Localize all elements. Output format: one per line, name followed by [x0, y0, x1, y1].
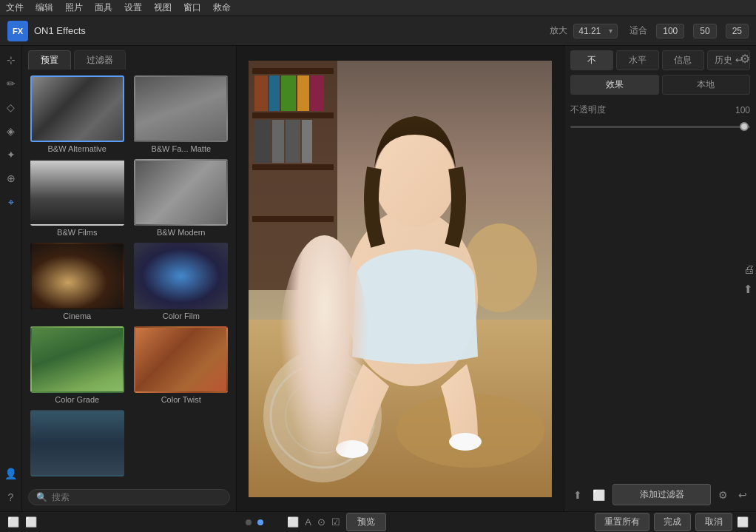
preset-label-color-grade: Color Grade: [55, 395, 99, 404]
center-icon-circle[interactable]: ⊙: [317, 516, 325, 528]
app-name: ON1 Effects: [34, 25, 550, 36]
menu-mask[interactable]: 面具: [95, 1, 112, 14]
svg-rect-9: [269, 75, 280, 111]
tab-filters[interactable]: 过滤器: [74, 50, 126, 70]
tool-stamp[interactable]: ◈: [3, 123, 19, 139]
cancel-button[interactable]: 取消: [695, 513, 732, 531]
search-input[interactable]: [52, 492, 222, 502]
opacity-value: 100: [735, 105, 750, 115]
rsubtab-effects[interactable]: 效果: [570, 75, 659, 95]
menu-view[interactable]: 视图: [154, 1, 172, 14]
tool-target[interactable]: ⌖: [3, 194, 19, 210]
fit-btn-25[interactable]: 25: [726, 24, 749, 38]
preset-label-bw-films: B&W Films: [57, 228, 97, 237]
right-panel-subtabs: 效果 本地: [564, 75, 756, 101]
export-icon[interactable]: ⬆: [570, 486, 585, 504]
svg-point-21: [286, 379, 360, 453]
bottom-right: 重置所有 完成 取消 ⬜: [595, 513, 749, 531]
search-input-wrap: 🔍: [28, 489, 230, 505]
photo-svg: [249, 61, 552, 497]
svg-rect-8: [254, 75, 268, 111]
tool-help[interactable]: ?: [3, 489, 19, 505]
share-icon[interactable]: ⬆: [743, 282, 755, 295]
panel-tabs: 预置 过滤器: [22, 46, 236, 70]
settings-action-icon[interactable]: ⚙: [715, 486, 731, 504]
preset-bw-alternative[interactable]: B&W Alternative: [28, 75, 126, 153]
svg-rect-11: [297, 75, 309, 111]
svg-rect-7: [252, 216, 334, 222]
tool-brush[interactable]: ✏: [3, 75, 19, 92]
undo-action-icon[interactable]: ↩: [735, 486, 750, 504]
search-bar: 🔍: [22, 486, 236, 511]
preset-thumb-bw-modern: [134, 159, 228, 226]
rsubtab-local[interactable]: 本地: [662, 75, 751, 95]
rtab-xinxi[interactable]: 信息: [662, 50, 705, 70]
preset-bw-fa-matte[interactable]: B&W Fa... Matte: [132, 75, 231, 153]
preset-thumb-bw-films: [30, 159, 124, 226]
tool-heal[interactable]: ✦: [3, 147, 19, 163]
opacity-label: 不透明度: [570, 104, 606, 116]
bottom-bar: ⬜ ⬜ ⬜ A ⊙ ☑ 预览 重置所有 完成 取消 ⬜: [0, 511, 756, 532]
svg-point-24: [336, 440, 368, 458]
tab-presets[interactable]: 预置: [28, 50, 71, 70]
titlebar-controls: 放大 41.21 ▾ 适合 100 50 25: [550, 24, 749, 38]
bottom-icon-2[interactable]: ⬜: [25, 516, 37, 528]
menu-photo[interactable]: 照片: [65, 1, 83, 14]
add-filter-button[interactable]: 添加过滤器: [612, 484, 711, 505]
svg-rect-15: [286, 120, 300, 163]
preview-button[interactable]: 预览: [346, 513, 386, 531]
center-icon-a[interactable]: A: [305, 516, 311, 528]
tool-user[interactable]: 👤: [3, 465, 19, 482]
opacity-slider[interactable]: [570, 121, 750, 132]
zoom-input[interactable]: 41.21 ▾: [573, 24, 618, 38]
tool-eraser[interactable]: ◇: [3, 99, 19, 115]
preset-bw-films[interactable]: B&W Films: [28, 159, 126, 237]
fit-btn-100[interactable]: 100: [656, 24, 684, 38]
preset-label-cinema: Cinema: [63, 312, 91, 320]
tool-select[interactable]: ⊹: [3, 52, 19, 68]
menu-file[interactable]: 文件: [6, 1, 24, 14]
menu-settings[interactable]: 设置: [124, 1, 142, 14]
preset-color-grade[interactable]: Color Grade: [28, 326, 126, 404]
preset-last[interactable]: [28, 410, 126, 479]
center-icon-square[interactable]: ⬜: [287, 516, 299, 528]
mask-icon[interactable]: ⬜: [590, 486, 608, 504]
preset-thumb-last: [30, 410, 124, 477]
print-icon[interactable]: 🖨: [743, 262, 755, 275]
center-icon-check[interactable]: ☑: [331, 516, 340, 528]
reset-button[interactable]: 重置所有: [595, 513, 649, 531]
left-toolbar-bottom: 👤 ?: [3, 465, 19, 511]
done-button[interactable]: 完成: [654, 513, 691, 531]
preset-label-bw-modern: B&W Modern: [157, 228, 205, 237]
tool-zoom[interactable]: ⊕: [3, 170, 19, 186]
left-toolbar: ⊹ ✏ ◇ ◈ ✦ ⊕ ⌖ 👤 ?: [0, 46, 22, 511]
svg-rect-13: [254, 120, 271, 163]
preset-label-color-twist: Color Twist: [161, 395, 201, 404]
dot-1[interactable]: [246, 519, 252, 525]
preset-color-film[interactable]: Color Film: [132, 243, 231, 320]
dot-2[interactable]: [257, 519, 263, 525]
gear-icon-top-right[interactable]: ⚙: [740, 52, 750, 66]
search-icon: 🔍: [36, 492, 47, 502]
preset-cinema[interactable]: Cinema: [28, 243, 126, 320]
fullscreen-icon[interactable]: ⬜: [737, 516, 749, 528]
right-panel-actions: ⬆ ⬜ 添加过滤器 ⚙ ↩: [564, 484, 756, 511]
preset-label-bw-alt: B&W Alternative: [48, 144, 107, 153]
preset-thumb-bw-alt: [30, 75, 124, 142]
fit-btn-50[interactable]: 50: [693, 24, 716, 38]
preset-grid: B&W Alternative B&W Fa... Matte B&W Film…: [28, 75, 230, 479]
svg-point-23: [374, 131, 456, 227]
zoom-dropdown-arrow: ▾: [609, 27, 612, 35]
preset-color-twist[interactable]: Color Twist: [132, 326, 231, 404]
bottom-icon-1[interactable]: ⬜: [7, 516, 19, 528]
preset-bw-modern[interactable]: B&W Modern: [132, 159, 231, 237]
rtab-bu[interactable]: 不: [570, 50, 613, 70]
right-panel-tabs: 不 水平 信息 历史 ↩: [564, 46, 756, 75]
rtab-shuiping[interactable]: 水平: [616, 50, 659, 70]
menu-help[interactable]: 救命: [213, 1, 231, 14]
menu-window[interactable]: 窗口: [183, 1, 201, 14]
svg-rect-12: [311, 75, 324, 111]
bottom-center: ⬜ A ⊙ ☑ 预览: [246, 513, 386, 531]
slider-thumb: [740, 122, 749, 131]
menu-edit[interactable]: 编辑: [36, 1, 53, 14]
